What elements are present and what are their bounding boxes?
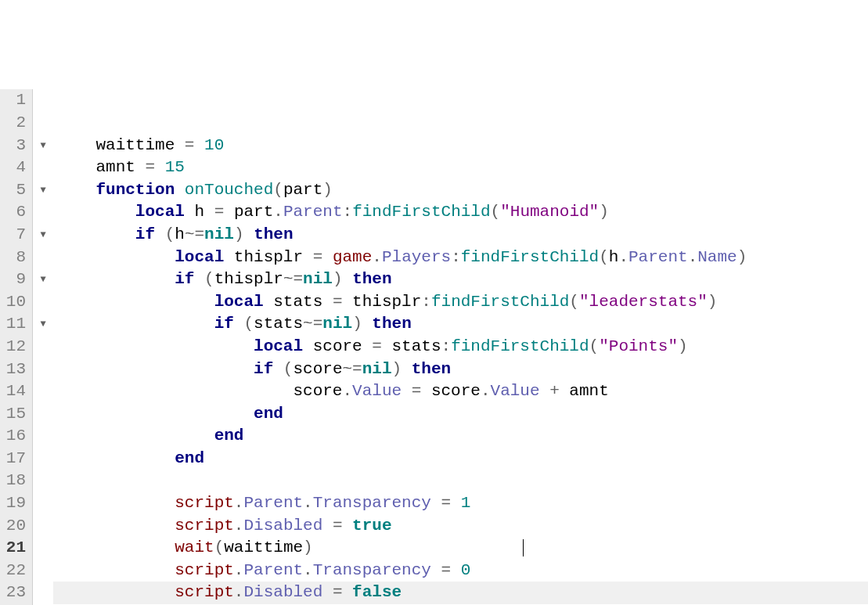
token-op: . — [234, 494, 244, 512]
code-line[interactable]: script.Parent.Transparency = 1 — [53, 492, 868, 515]
line-number: 11 — [3, 313, 26, 336]
code-line[interactable]: local h = part.Parent:findFirstChild("Hu… — [53, 201, 868, 224]
text-cursor — [523, 539, 524, 556]
code-line[interactable]: script.Disabled = false — [53, 582, 868, 604]
token-kw: if — [175, 270, 194, 288]
token-num-lit: 10 — [204, 136, 224, 154]
token-bool: nil — [204, 225, 234, 243]
token-op: ) — [322, 181, 333, 199]
code-line[interactable]: waittime = 10 — [53, 135, 868, 157]
token-op: ) — [352, 315, 372, 333]
token-op: ~= — [343, 360, 362, 378]
code-line[interactable]: if (score~=nil) then — [53, 358, 868, 381]
code-line[interactable]: end — [53, 425, 868, 448]
token-op: = — [431, 494, 461, 512]
fold-arrow-icon[interactable]: ▼ — [33, 224, 53, 247]
token-prop: Value — [491, 382, 540, 400]
token-op: ( — [155, 225, 175, 243]
fold-arrow-icon[interactable]: ▼ — [33, 313, 53, 336]
token-op: . — [303, 561, 313, 579]
fold-arrow-icon — [33, 358, 53, 381]
token-kw: local — [175, 248, 224, 266]
line-number: 15 — [3, 403, 26, 426]
code-line[interactable] — [53, 470, 868, 492]
token-bool: nil — [322, 315, 352, 333]
token-bool: true — [352, 517, 391, 535]
token-id: h — [609, 248, 619, 266]
token-op: : — [451, 248, 461, 266]
token-str: "leaderstats" — [579, 293, 708, 311]
line-number: 9 — [3, 268, 26, 291]
code-line[interactable]: local thisplr = game.Players:findFirstCh… — [53, 247, 868, 269]
token-id: waittime — [95, 136, 175, 154]
token-op: ~= — [303, 315, 322, 333]
token-prop: Disabled — [243, 517, 322, 535]
token-op: ) — [737, 248, 747, 266]
code-line[interactable]: local stats = thisplr:findFirstChild("le… — [53, 291, 868, 314]
token-op: . — [303, 494, 313, 512]
token-str: "Points" — [599, 337, 678, 355]
token-fn: findFirstChild — [451, 337, 589, 355]
token-num-lit: 15 — [165, 158, 185, 176]
token-op: = — [322, 517, 352, 535]
fold-arrow-icon[interactable]: ▼ — [33, 135, 53, 157]
fold-arrow-icon — [33, 336, 53, 358]
token-op: = — [303, 248, 333, 266]
code-editor[interactable]: 1234567891011121314151617181920212223242… — [0, 89, 868, 605]
token-glob: wait — [175, 538, 214, 556]
token-id: score — [431, 382, 481, 400]
token-op: = — [322, 583, 352, 601]
token-id: h — [175, 225, 185, 243]
token-bool: false — [352, 583, 402, 601]
token-kw: local — [135, 203, 185, 221]
fold-gutter[interactable]: ▼▼▼▼▼ — [33, 89, 53, 605]
code-line[interactable]: wait(waittime) — [53, 537, 868, 560]
fold-arrow-icon — [33, 448, 53, 470]
line-number: 5 — [3, 179, 26, 202]
line-number: 1 — [3, 89, 26, 112]
code-line[interactable]: if (thisplr~=nil) then — [53, 268, 868, 291]
line-number: 20 — [3, 515, 26, 538]
line-number: 12 — [3, 336, 26, 358]
code-line[interactable]: local score = stats:findFirstChild("Poin… — [53, 336, 868, 358]
line-number: 17 — [3, 448, 26, 470]
token-prop: Value — [352, 382, 402, 400]
token-fn: findFirstChild — [431, 293, 569, 311]
token-id: h — [194, 203, 204, 221]
line-number: 3 — [3, 135, 26, 157]
code-line[interactable]: function onTouched(part) — [53, 179, 868, 202]
token-kw: then — [254, 225, 293, 243]
token-prop: Parent — [243, 561, 303, 579]
token-glob: script — [175, 494, 234, 512]
line-number-gutter: 1234567891011121314151617181920212223242… — [0, 89, 33, 605]
fold-arrow-icon — [33, 112, 53, 135]
code-area[interactable]: waittime = 10 amnt = 15 function onTouch… — [53, 89, 868, 605]
token-op: : — [421, 293, 431, 311]
line-number: 16 — [3, 425, 26, 448]
line-number: 18 — [3, 470, 26, 492]
token-prop: Name — [697, 248, 737, 266]
code-line[interactable]: score.Value = score.Value + amnt — [53, 380, 868, 403]
token-op: . — [618, 248, 628, 266]
token-id: stats — [254, 315, 303, 333]
code-line[interactable]: end — [53, 403, 868, 426]
code-line[interactable]: script.Disabled = true — [53, 515, 868, 538]
token-op: = — [402, 382, 431, 400]
code-line[interactable]: amnt = 15 — [53, 157, 868, 179]
fold-arrow-icon — [33, 291, 53, 314]
code-line[interactable]: end — [53, 448, 868, 470]
fold-arrow-icon[interactable]: ▼ — [33, 179, 53, 202]
token-op: ( — [589, 337, 600, 355]
fold-arrow-icon[interactable]: ▼ — [33, 268, 53, 291]
code-line[interactable]: script.Parent.Transparency = 0 — [53, 560, 868, 582]
token-kw: end — [214, 427, 244, 445]
line-number: 23 — [3, 582, 26, 604]
token-id: thisplr — [352, 293, 421, 311]
token-id: part — [283, 181, 322, 199]
code-line[interactable]: if (h~=nil) then — [53, 224, 868, 247]
code-line[interactable]: if (stats~=nil) then — [53, 313, 868, 336]
token-op: . — [234, 517, 244, 535]
line-number: 7 — [3, 224, 26, 247]
token-fn: findFirstChild — [461, 248, 599, 266]
token-kw: if — [254, 360, 273, 378]
